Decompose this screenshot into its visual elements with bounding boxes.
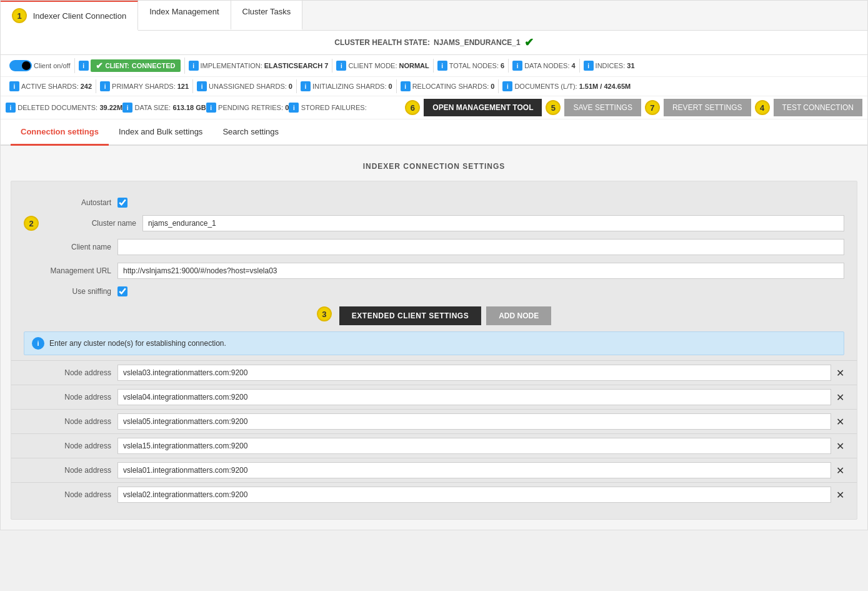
- documents-label: DOCUMENTS (L/T):: [514, 83, 577, 90]
- node-remove-btn-0[interactable]: ✕: [836, 367, 844, 379]
- info-btn-deleted-docs[interactable]: i: [6, 103, 16, 113]
- info-btn-impl[interactable]: i: [189, 61, 199, 71]
- info-btn-mode[interactable]: i: [336, 61, 346, 71]
- info-btn-init-shards[interactable]: i: [301, 81, 311, 91]
- node-row: Node address ✕: [11, 360, 857, 385]
- add-node-button[interactable]: ADD NODE: [486, 306, 551, 325]
- client-toggle[interactable]: [9, 60, 32, 71]
- tab-indexer-client[interactable]: 1 Indexer Client Connection: [1, 1, 138, 31]
- tab-cluster-tasks[interactable]: Cluster Tasks: [231, 1, 303, 30]
- info-btn-relocating-shards[interactable]: i: [401, 81, 411, 91]
- stats-row-1: Client on/off i ✔ CLIENT: CONNECTED i IM…: [1, 55, 867, 77]
- autostart-row: Autostart: [11, 194, 857, 211]
- tab-connection-settings[interactable]: Connection settings: [11, 119, 109, 146]
- health-status-icon: ✔: [524, 36, 534, 49]
- data-size-value: 613.18 GB: [173, 104, 206, 111]
- node-row: Node address ✕: [11, 433, 857, 458]
- node-row: Node address ✕: [11, 458, 857, 482]
- check-icon: ✔: [96, 61, 103, 71]
- toggle-thumb: [22, 61, 31, 70]
- deleted-docs-label: DELETED DOCUMENTS:: [17, 104, 97, 111]
- node-address-input-5[interactable]: [117, 487, 831, 503]
- info-btn-stored-failures[interactable]: i: [289, 103, 299, 113]
- stored-failures-label: STORED FAILURES:: [301, 104, 367, 111]
- node-row: Node address ✕: [11, 409, 857, 433]
- node-address-input-1[interactable]: [117, 389, 831, 405]
- tab-index-bulk-label: Index and Bulk settings: [119, 127, 202, 136]
- info-btn-unassigned-shards[interactable]: i: [197, 81, 207, 91]
- use-sniffing-checkbox[interactable]: [117, 286, 127, 296]
- node-address-input-4[interactable]: [117, 462, 831, 478]
- info-notice: i Enter any cluster node(s) for establis…: [24, 331, 844, 355]
- action-buttons-group: 6 OPEN MANAGEMENT TOOL 5 SAVE SETTINGS 7…: [405, 99, 862, 116]
- data-nodes-block: i DATA NODES: 4: [509, 59, 579, 73]
- documents-block: i DOCUMENTS (L/T): 1.51M / 424.65M: [499, 79, 634, 93]
- badge-2: 2: [24, 216, 39, 231]
- cluster-health-name: NJAMS_ENDURANCE_1: [434, 38, 521, 47]
- total-nodes-block: i TOTAL NODES: 6: [434, 59, 509, 73]
- info-btn-documents[interactable]: i: [502, 81, 512, 91]
- badge-1: 1: [12, 8, 27, 23]
- info-btn-active-shards[interactable]: i: [9, 81, 19, 91]
- info-btn-primary-shards[interactable]: i: [100, 81, 110, 91]
- node-address-input-2[interactable]: [117, 413, 831, 430]
- node-label-5: Node address: [24, 490, 111, 499]
- info-icon: i: [32, 337, 44, 350]
- primary-shards-label: PRIMARY SHARDS:: [112, 83, 176, 90]
- tab-search-settings[interactable]: Search settings: [212, 119, 289, 146]
- info-btn-client[interactable]: i: [79, 61, 89, 71]
- tab-connection-settings-label: Connection settings: [21, 127, 99, 136]
- deleted-docs-value: 39.22M: [99, 104, 122, 111]
- client-name-row: Client name: [11, 235, 857, 259]
- revert-settings-button[interactable]: REVERT SETTINGS: [664, 99, 751, 116]
- node-remove-btn-2[interactable]: ✕: [836, 416, 844, 428]
- use-sniffing-row: Use sniffing: [11, 283, 857, 300]
- stats-row-3: i DELETED DOCUMENTS: 39.22M i DATA SIZE:…: [6, 103, 367, 113]
- node-remove-btn-1[interactable]: ✕: [836, 391, 844, 403]
- info-btn-data-size[interactable]: i: [122, 103, 132, 113]
- client-name-input[interactable]: [117, 239, 844, 255]
- node-label-2: Node address: [24, 417, 111, 426]
- pending-retries-block: i PENDING RETRIES: 0: [206, 103, 289, 113]
- cluster-name-row: 2 Cluster name: [11, 211, 857, 235]
- mode-value: NORMAL: [399, 62, 429, 69]
- unassigned-shards-block: i UNASSIGNED SHARDS: 0: [193, 79, 297, 93]
- node-label-1: Node address: [24, 393, 111, 402]
- indices-block: i INDICES: 31: [580, 59, 639, 73]
- active-shards-block: i ACTIVE SHARDS: 242: [6, 79, 96, 93]
- info-btn-data-nodes[interactable]: i: [512, 61, 522, 71]
- impl-value: ELASTICSEARCH 7: [264, 62, 329, 69]
- toggle-track[interactable]: [9, 60, 32, 71]
- tab-index-management[interactable]: Index Management: [138, 1, 231, 30]
- autostart-checkbox[interactable]: [117, 198, 127, 208]
- cluster-name-input[interactable]: [142, 215, 844, 231]
- tab-index-bulk-settings[interactable]: Index and Bulk settings: [109, 119, 212, 146]
- node-remove-btn-5[interactable]: ✕: [836, 489, 844, 501]
- node-label-3: Node address: [24, 442, 111, 450]
- node-address-input-0[interactable]: [117, 365, 831, 381]
- node-remove-btn-3[interactable]: ✕: [836, 440, 844, 452]
- relocating-shards-value: 0: [491, 83, 494, 90]
- extended-client-settings-button[interactable]: EXTENDED CLIENT SETTINGS: [339, 306, 481, 325]
- tab-search-settings-label: Search settings: [222, 127, 279, 136]
- info-btn-indices[interactable]: i: [584, 61, 594, 71]
- relocating-shards-label: RELOCATING SHARDS:: [412, 83, 489, 90]
- tab-index-management-label: Index Management: [149, 7, 219, 16]
- form-buttons-row: 3 EXTENDED CLIENT SETTINGS ADD NODE: [11, 300, 857, 331]
- node-remove-btn-4[interactable]: ✕: [836, 465, 844, 477]
- section-title: INDEXER CONNECTION SETTINGS: [11, 156, 857, 181]
- save-settings-button[interactable]: SAVE SETTINGS: [564, 99, 641, 116]
- init-shards-label: INITIALIZING SHARDS:: [312, 83, 387, 90]
- info-btn-total-nodes[interactable]: i: [437, 61, 447, 71]
- badge-6: 6: [405, 100, 420, 115]
- active-shards-label: ACTIVE SHARDS:: [21, 83, 79, 90]
- info-btn-pending-retries[interactable]: i: [206, 103, 216, 113]
- content-area: INDEXER CONNECTION SETTINGS Autostart 2 …: [1, 146, 867, 530]
- test-connection-button[interactable]: TEST CONNECTION: [774, 99, 862, 116]
- top-tabs-bar: 1 Indexer Client Connection Index Manage…: [1, 1, 867, 31]
- open-management-tool-button[interactable]: OPEN MANAGEMENT TOOL: [424, 99, 542, 116]
- management-url-input[interactable]: [117, 263, 844, 279]
- client-status-badge: ✔ CLIENT: CONNECTED: [91, 59, 181, 72]
- cluster-health-bar: CLUSTER HEALTH STATE: NJAMS_ENDURANCE_1 …: [1, 31, 867, 55]
- node-address-input-3[interactable]: [117, 438, 831, 454]
